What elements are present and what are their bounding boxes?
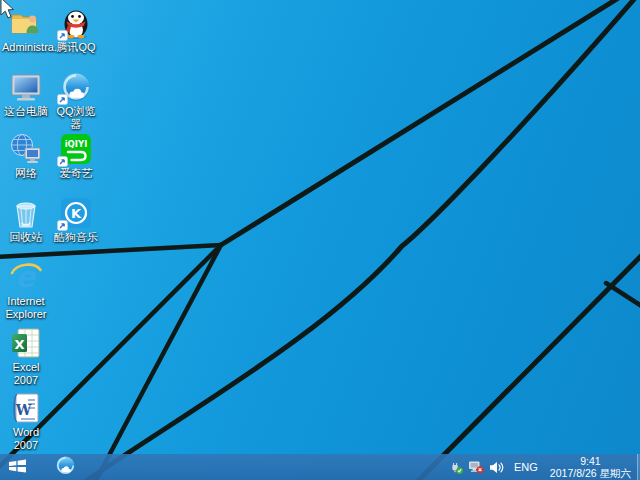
desktop-icon-kugou-music[interactable]: K 酷狗音乐 [52, 196, 100, 244]
usb-safely-remove-icon[interactable] [448, 459, 464, 475]
network-disconnected-icon[interactable] [468, 459, 484, 475]
clock-date: 2017/8/26 星期六 [550, 467, 631, 479]
icon-label: 回收站 [2, 231, 50, 244]
language-indicator[interactable]: ENG [508, 461, 544, 473]
start-button[interactable] [0, 454, 34, 480]
taskbar-qq-browser-button[interactable] [48, 454, 82, 480]
kugou-k-glyph: K [71, 206, 82, 221]
windows-flag-icon [8, 458, 27, 477]
desktop-icon-word-2007[interactable]: W Word 2007 [2, 391, 50, 452]
volume-icon[interactable] [488, 459, 504, 475]
administrator-folder-icon [9, 6, 43, 40]
clock[interactable]: 9:41 2017/8/26 星期六 [548, 455, 636, 479]
shortcut-arrow-icon [57, 94, 68, 105]
icon-label: Administra... [2, 41, 50, 54]
internet-explorer-icon: e [9, 260, 43, 294]
icon-label: Internet Explorer [2, 295, 50, 321]
icon-label: 酷狗音乐 [52, 231, 100, 244]
icon-label: 网络 [2, 167, 50, 180]
excel-2007-icon: X [9, 326, 43, 360]
desktop-icon-excel-2007[interactable]: X Excel 2007 [2, 326, 50, 387]
desktop-icon-network[interactable]: 网络 [2, 132, 50, 180]
clock-time: 9:41 [550, 455, 631, 467]
icon-label: 腾讯QQ [52, 41, 100, 54]
word-w-glyph: W [15, 402, 32, 418]
icon-label: 爱奇艺 [52, 167, 100, 180]
desktop-icon-iqiyi[interactable]: iQIYI 爱奇艺 [52, 132, 100, 180]
icon-label: Word 2007 [2, 426, 50, 452]
desktop: Administra... 这台电脑 [0, 0, 640, 480]
system-tray: ENG 9:41 2017/8/26 星期六 [448, 454, 636, 480]
recycle-bin-icon [9, 196, 43, 230]
network-icon [9, 132, 43, 166]
iqiyi-wordmark: iQIYI [65, 139, 88, 149]
desktop-icon-internet-explorer[interactable]: e Internet Explorer [2, 260, 50, 321]
excel-x-glyph: X [14, 337, 24, 352]
icon-label: Excel 2007 [2, 361, 50, 387]
icon-label: QQ浏览器 [52, 105, 100, 131]
shortcut-arrow-icon [57, 30, 68, 41]
shortcut-arrow-icon [57, 156, 68, 167]
desktop-icon-this-pc[interactable]: 这台电脑 [2, 70, 50, 118]
this-pc-icon [9, 70, 43, 104]
desktop-icon-recycle-bin[interactable]: 回收站 [2, 196, 50, 244]
qq-browser-taskbar-icon [55, 455, 76, 480]
desktop-icon-administrator[interactable]: Administra... [2, 6, 50, 54]
desktop-icon-qq-browser[interactable]: QQ浏览器 [52, 70, 100, 131]
icon-label: 这台电脑 [2, 105, 50, 118]
desktop-icon-tencent-qq[interactable]: 腾讯QQ [52, 6, 100, 54]
taskbar: ENG 9:41 2017/8/26 星期六 [0, 454, 640, 480]
word-2007-icon: W [9, 391, 43, 425]
shortcut-arrow-icon [57, 220, 68, 231]
